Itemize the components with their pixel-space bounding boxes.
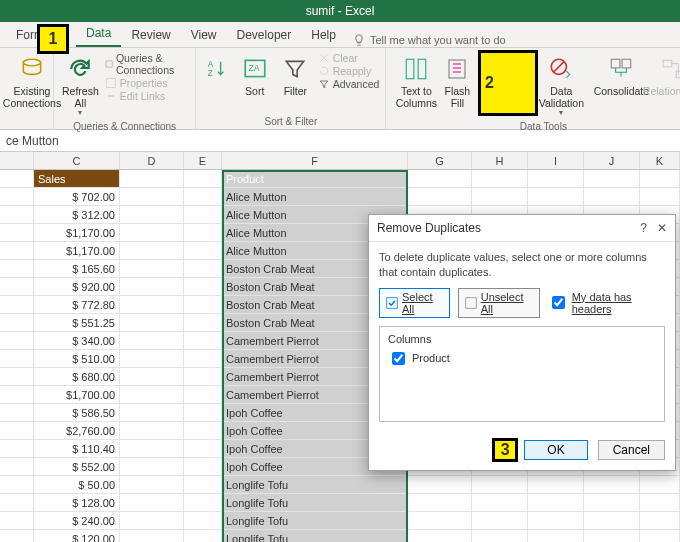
cell-sales[interactable]: $ 586.50 — [34, 404, 120, 421]
header-sales[interactable]: Sales — [34, 170, 120, 187]
cell-sales[interactable]: $ 110.40 — [34, 440, 120, 457]
cell-sales[interactable]: $ 920.00 — [34, 278, 120, 295]
remove-duplicates-dialog: Remove Duplicates ? ✕ To delete duplicat… — [368, 214, 676, 471]
headers-checkbox-input[interactable] — [552, 296, 565, 309]
cell-sales[interactable]: $ 50.00 — [34, 476, 120, 493]
cell-sales[interactable]: $ 128.00 — [34, 494, 120, 511]
select-all-label: Select All — [402, 291, 443, 315]
cell-product[interactable]: Alice Mutton — [222, 188, 408, 205]
column-headers: C D E F G H I J K — [0, 152, 680, 170]
cancel-button[interactable]: Cancel — [598, 440, 665, 460]
flash-fill-icon — [442, 54, 472, 84]
ribbon: Existing Connections Refresh All ▾ Queri… — [0, 48, 680, 130]
svg-text:Z: Z — [208, 69, 213, 78]
tab-help[interactable]: Help — [301, 24, 346, 47]
col-F[interactable]: F — [222, 152, 408, 169]
svg-rect-14 — [622, 59, 631, 68]
select-all-button[interactable]: Select All — [379, 288, 450, 318]
refresh-icon — [65, 54, 95, 84]
help-icon[interactable]: ? — [640, 221, 647, 235]
refresh-all-label: Refresh All — [62, 86, 99, 109]
col-I[interactable]: I — [528, 152, 584, 169]
cell-sales[interactable]: $ 340.00 — [34, 332, 120, 349]
advanced-button[interactable]: Advanced — [318, 78, 380, 90]
cell-sales[interactable]: $ 312.00 — [34, 206, 120, 223]
cell-sales[interactable]: $1,170.00 — [34, 242, 120, 259]
cell-sales[interactable]: $1,170.00 — [34, 224, 120, 241]
col-G[interactable]: G — [408, 152, 472, 169]
column-item-label: Product — [412, 352, 450, 364]
refresh-all-button[interactable]: Refresh All ▾ — [60, 52, 101, 120]
sort-az-button[interactable]: AZ — [202, 52, 232, 88]
headers-checkbox[interactable]: My data has headers — [548, 291, 665, 315]
ribbon-tabs: Formulas Data Review View Developer Help… — [0, 22, 680, 48]
close-icon[interactable]: ✕ — [657, 221, 667, 235]
cell-sales[interactable]: $1,700.00 — [34, 386, 120, 403]
column-item-product[interactable]: Product — [388, 349, 656, 368]
col-J[interactable]: J — [584, 152, 640, 169]
data-validation-button[interactable]: Data Validation ▾ — [534, 52, 588, 120]
columns-label: Columns — [388, 333, 656, 345]
columns-listbox[interactable]: Columns Product — [379, 326, 665, 422]
header-product[interactable]: Product — [222, 170, 408, 187]
filter-label: Filter — [284, 86, 307, 98]
group-label-datatools: Data Tools — [392, 120, 680, 132]
cell-product[interactable]: Longlife Tofu — [222, 530, 408, 542]
col-K[interactable]: K — [640, 152, 680, 169]
tab-developer[interactable]: Developer — [227, 24, 302, 47]
relationships-button[interactable]: Relationships — [654, 52, 680, 100]
edit-links-button[interactable]: Edit Links — [105, 90, 190, 102]
cell-sales[interactable]: $ 680.00 — [34, 368, 120, 385]
text-to-columns-button[interactable]: Text to Columns — [392, 52, 440, 111]
clear-button[interactable]: Clear — [318, 52, 380, 64]
unselect-all-button[interactable]: Unselect All — [458, 288, 540, 318]
relationships-label: Relationships — [643, 86, 680, 98]
cell-sales[interactable]: $ 240.00 — [34, 512, 120, 529]
svg-rect-18 — [465, 297, 476, 308]
cell-product[interactable]: Longlife Tofu — [222, 512, 408, 529]
cell-sales[interactable]: $2,760.00 — [34, 422, 120, 439]
callout-2: 2 — [478, 50, 538, 116]
col-D[interactable]: D — [120, 152, 184, 169]
col-C[interactable]: C — [34, 152, 120, 169]
col-H[interactable]: H — [472, 152, 528, 169]
sort-icon: ZA — [240, 54, 270, 84]
chevron-down-icon: ▾ — [559, 109, 563, 118]
svg-rect-2 — [106, 79, 115, 88]
cell-sales[interactable]: $ 510.00 — [34, 350, 120, 367]
callout-2-label: 2 — [485, 74, 494, 92]
sort-button[interactable]: ZA Sort — [236, 52, 273, 100]
existing-connections-label: Existing Connections — [3, 86, 61, 109]
properties-button[interactable]: Properties — [105, 77, 190, 89]
svg-rect-8 — [419, 59, 427, 79]
cell-sales[interactable]: $ 702.00 — [34, 188, 120, 205]
cell-sales[interactable]: $ 551.25 — [34, 314, 120, 331]
svg-text:ZA: ZA — [248, 63, 259, 73]
svg-rect-13 — [612, 59, 621, 68]
cell-sales[interactable]: $ 552.00 — [34, 458, 120, 475]
chevron-down-icon: ▾ — [78, 109, 82, 118]
cell-sales[interactable]: $ 165.60 — [34, 260, 120, 277]
cell-product[interactable]: Longlife Tofu — [222, 476, 408, 493]
cell-product[interactable]: Longlife Tofu — [222, 494, 408, 511]
formula-bar[interactable]: ce Mutton — [0, 130, 680, 152]
tab-view[interactable]: View — [181, 24, 227, 47]
cell-sales[interactable]: $ 772.80 — [34, 296, 120, 313]
ok-button[interactable]: OK — [524, 440, 587, 460]
queries-connections-button[interactable]: Queries & Connections — [105, 52, 190, 76]
consolidate-button[interactable]: Consolidate — [592, 52, 650, 100]
tab-data[interactable]: Data — [76, 22, 121, 47]
svg-text:A: A — [208, 60, 214, 69]
filter-button[interactable]: Filter — [277, 52, 314, 100]
svg-rect-17 — [387, 297, 398, 308]
flash-fill-button[interactable]: Flash Fill — [444, 52, 470, 111]
tab-review[interactable]: Review — [121, 24, 180, 47]
cell-sales[interactable]: $ 120.00 — [34, 530, 120, 542]
existing-connections-button[interactable]: Existing Connections — [6, 52, 58, 111]
svg-point-0 — [23, 59, 40, 66]
column-item-checkbox[interactable] — [392, 352, 405, 365]
col-E[interactable]: E — [184, 152, 222, 169]
tell-me-search[interactable]: Tell me what you want to do — [352, 33, 506, 47]
consolidate-icon — [606, 54, 636, 84]
reapply-button[interactable]: Reapply — [318, 65, 380, 77]
